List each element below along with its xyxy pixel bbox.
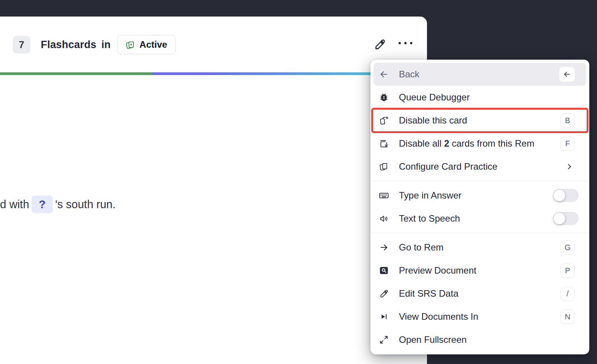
menu-item-go-to-rem[interactable]: Go to Rem G (374, 236, 586, 259)
menu-item-label: View Documents In (399, 311, 560, 322)
menu-divider (370, 181, 589, 181)
queue-progress-bar (0, 72, 427, 75)
pencil-icon (378, 289, 390, 299)
menu-item-label: Edit SRS Data (399, 288, 560, 299)
expand-diagonal-icon (378, 335, 390, 345)
edit-pencil-button[interactable] (374, 38, 386, 51)
arrow-right-icon (378, 242, 390, 252)
disable-card-icon (378, 115, 390, 126)
arrow-left-icon (563, 70, 571, 78)
page-title: Flashcards (41, 39, 97, 51)
flashcard-text-after: 's south run. (55, 198, 115, 210)
menu-item-label: Configure Card Practice (399, 161, 565, 172)
flashcards-icon (125, 40, 135, 50)
menu-item-text-to-speech[interactable]: Text to Speech (374, 207, 586, 230)
search-square-icon (378, 265, 390, 276)
ellipsis-icon (410, 42, 412, 44)
cloze-placeholder[interactable]: ? (32, 195, 53, 213)
flashcard-queue-screen: { "header": { "count": "7", "title": "Fl… (0, 0, 597, 364)
menu-item-label: Preview Document (399, 265, 560, 276)
title-in-word: in (102, 39, 111, 51)
flashcard-text-before: d with (0, 198, 29, 210)
cards-stack-icon (378, 162, 390, 172)
menu-item-label: Text to Speech (399, 213, 553, 224)
shortcut-badge: P (560, 264, 575, 278)
progress-done-segment (0, 72, 152, 75)
menu-item-label: Type in Answer (399, 190, 553, 201)
menu-item-disable-all-cards[interactable]: Disable all 2 cards from this Rem F (374, 132, 586, 155)
keyboard-icon (378, 190, 390, 201)
menu-item-type-in-answer[interactable]: Type in Answer (374, 184, 586, 207)
chevron-right-icon (565, 163, 573, 170)
shortcut-badge: / (560, 287, 575, 301)
menu-item-edit-srs-data[interactable]: Edit SRS Data / (374, 282, 586, 305)
menu-divider (370, 233, 589, 233)
text-to-speech-toggle[interactable] (553, 212, 579, 225)
shortcut-badge: F (560, 137, 575, 151)
menu-item-configure-card-practice[interactable]: Configure Card Practice (374, 155, 586, 178)
menu-item-label: Disable this card (399, 115, 560, 126)
menu-item-label: Open Fullscreen (399, 334, 581, 345)
card-options-menu: Back Queue Debugger Disable this card B (370, 60, 589, 354)
arrow-left-icon (378, 69, 390, 79)
menu-item-disable-this-card[interactable]: Disable this card B (374, 109, 586, 132)
menu-item-open-fullscreen[interactable]: Open Fullscreen (374, 328, 586, 351)
shortcut-badge: N (560, 310, 575, 324)
shortcut-badge: G (560, 240, 575, 255)
bug-icon (378, 92, 390, 102)
speaker-icon (378, 214, 390, 224)
disable-all-cards-icon (378, 139, 390, 149)
menu-item-label: Back (399, 69, 559, 80)
flashcard-text: d with?'s south run. (0, 195, 369, 213)
deck-button[interactable]: Active (117, 35, 176, 54)
play-to-bar-icon (378, 312, 390, 321)
menu-item-label: Go to Rem (399, 242, 560, 253)
menu-item-label: Queue Debugger (399, 92, 581, 103)
queue-header: 7 Flashcards in Active (13, 35, 176, 54)
menu-item-back[interactable]: Back (374, 63, 586, 86)
menu-item-preview-document[interactable]: Preview Document P (374, 259, 586, 282)
queue-card: 7 Flashcards in Active d with?'s south (0, 17, 427, 364)
card-count-badge: 7 (13, 36, 30, 53)
deck-button-label: Active (140, 39, 167, 50)
type-in-answer-toggle[interactable] (553, 189, 579, 202)
back-shortcut-button[interactable] (559, 67, 575, 82)
menu-item-label: Disable all 2 cards from this Rem (399, 138, 560, 149)
menu-item-view-documents-in[interactable]: View Documents In N (374, 305, 586, 328)
shortcut-badge: B (560, 114, 575, 128)
ellipsis-icon (399, 42, 401, 44)
menu-item-queue-debugger[interactable]: Queue Debugger (374, 86, 586, 109)
more-options-button[interactable] (399, 42, 412, 44)
ellipsis-icon (404, 42, 407, 44)
